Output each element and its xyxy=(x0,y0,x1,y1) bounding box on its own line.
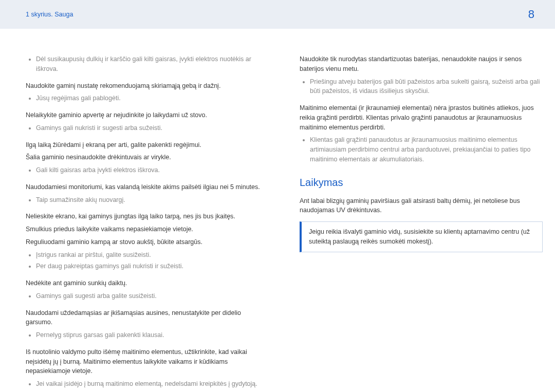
bullet-item: Įstrigus rankai ar pirštui, galite susiž… xyxy=(36,250,269,260)
bullet-list: Įstrigus rankai ar pirštui, galite susiž… xyxy=(26,250,269,272)
bullet-list: Gaminys gali nukristi ir sugesti arba su… xyxy=(26,123,269,133)
section-title-laikymas: Laikymas xyxy=(300,175,543,190)
body-paragraph: Nelaikykite gaminio apvertę ar nejudinki… xyxy=(26,110,269,120)
body-paragraph: Naudokite gaminį nustatę rekomenduojamą … xyxy=(26,81,269,91)
body-paragraph: Šalia gaminio nesinaudokite drėkintuvais… xyxy=(26,153,269,162)
bullet-item: Per daug pakreiptas gaminys gali nukrist… xyxy=(36,262,269,271)
bullet-list: Taip sumažinsite akių nuovargį. xyxy=(26,195,269,205)
bullet-item: Dėl susikaupusių dulkių ir karščio gali … xyxy=(36,54,269,74)
bullet-item: Gaminys gali nukristi ir sugesti arba su… xyxy=(36,123,269,133)
bullet-item: Gali kilti gaisras arba įvykti elektros … xyxy=(36,165,269,175)
bullet-item: Jei vaikai įsidėjo į burną maitinimo ele… xyxy=(36,379,269,389)
bullet-list: Jūsų regėjimas gali pablogėti. xyxy=(26,94,269,103)
bullet-item: Pernelyg stiprus garsas gali pakenkti kl… xyxy=(36,330,269,340)
bullet-list: Priešingu atveju baterijos gali būti paž… xyxy=(300,77,543,97)
body-paragraph: Maitinimo elementai (ir įkraunamieji ele… xyxy=(300,103,543,132)
bullet-list: Gaminys gali sugesti arba galite susižei… xyxy=(26,291,269,301)
bullet-list: Dėl susikaupusių dulkių ir karščio gali … xyxy=(26,54,269,74)
bullet-item: Klientas gali grąžinti panaudotus ar įkr… xyxy=(310,135,543,164)
body-paragraph: Naudodami uždedamąsias ar įkišamąsias au… xyxy=(26,308,269,328)
note-box: Jeigu reikia išvalyti gaminio vidų, susi… xyxy=(300,221,543,252)
right-column: Naudokite tik nurodytas standartizuotas … xyxy=(300,54,543,392)
section-body: Ant labai blizgių gaminių paviršiaus gal… xyxy=(300,196,543,216)
bullet-list: Pernelyg stiprus garsas gali pakenkti kl… xyxy=(26,330,269,340)
body-paragraph: Reguliuodami gaminio kampą ar stovo aukš… xyxy=(26,237,269,247)
breadcrumb: 1 skyrius. Sauga xyxy=(26,11,73,18)
bullet-item: Taip sumažinsite akių nuovargį. xyxy=(36,195,269,205)
bullet-item: Gaminys gali sugesti arba galite susižei… xyxy=(36,291,269,301)
body-paragraph: Iš nuotolinio valdymo pulto išėmę maitin… xyxy=(26,347,269,376)
body-paragraph: Smulkius priedus laikykite vaikams nepas… xyxy=(26,225,269,234)
left-column: Dėl susikaupusių dulkių ir karščio gali … xyxy=(26,54,269,392)
bullet-list: Jei vaikai įsidėjo į burną maitinimo ele… xyxy=(26,379,269,389)
body-paragraph: Naudodamiesi monitoriumi, kas valandą le… xyxy=(26,182,269,192)
body-paragraph: Nedėkite ant gaminio sunkių daiktų. xyxy=(26,278,269,288)
page-header: 1 skyrius. Sauga 8 xyxy=(0,0,555,29)
body-paragraph: Nelieskite ekrano, kai gaminys įjungtas … xyxy=(26,212,269,221)
content-area: Dėl susikaupusių dulkių ir karščio gali … xyxy=(0,29,555,392)
bullet-list: Klientas gali grąžinti panaudotus ar įkr… xyxy=(300,135,543,164)
bullet-list: Gali kilti gaisras arba įvykti elektros … xyxy=(26,165,269,175)
body-paragraph: Naudokite tik nurodytas standartizuotas … xyxy=(300,54,543,74)
page-number: 8 xyxy=(528,8,534,21)
bullet-item: Priešingu atveju baterijos gali būti paž… xyxy=(310,77,543,97)
body-paragraph: Ilgą laiką žiūrėdami į ekraną per arti, … xyxy=(26,140,269,150)
bullet-item: Jūsų regėjimas gali pablogėti. xyxy=(36,94,269,103)
